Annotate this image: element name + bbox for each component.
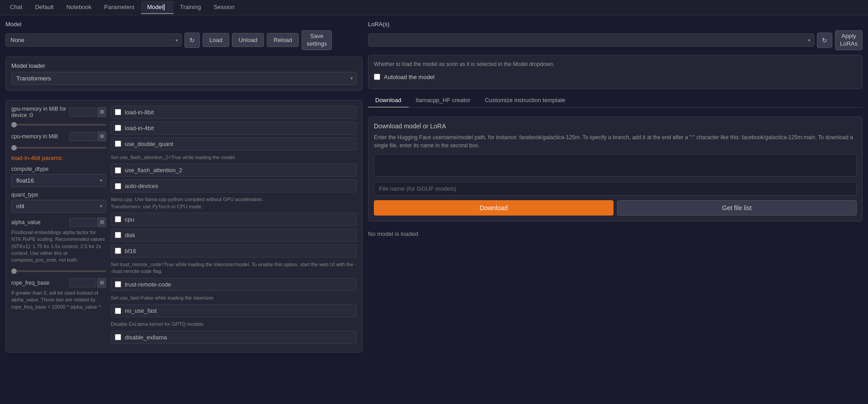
disable-exllama-hint: Disable ExLlama kernel for GPTQ models. <box>111 321 357 328</box>
right-tab-row: Download llamacpp_HF creator Customize i… <box>368 94 863 108</box>
trust-remote-code-checkbox[interactable] <box>115 281 121 287</box>
lora-select-wrapper <box>368 33 814 47</box>
auto-devices-item[interactable]: auto-devices <box>111 179 357 193</box>
rope-freq-base-hint: If greater than 0, will be used instead … <box>11 290 106 310</box>
compute-dtype-label: compute_dtype <box>11 166 106 172</box>
trust-remote-code-item[interactable]: trust-remote-code <box>111 278 357 291</box>
nav-tab-notebook[interactable]: Notebook <box>60 1 98 14</box>
use-double-quant-checkbox[interactable] <box>115 141 121 147</box>
nav-tab-chat[interactable]: Chat <box>4 1 28 14</box>
cpu-memory-row: cpu-memory in MiB 0 ⊞ <box>11 132 106 150</box>
nav-tab-parameters[interactable]: Parameters <box>98 1 141 14</box>
cpu-memory-step-btn[interactable]: ⊞ <box>97 132 106 141</box>
alpha-value-input[interactable]: 1 <box>69 218 96 227</box>
params-box: gpu-memory in MiB for device :0 0 ⊞ cpu-… <box>5 100 363 352</box>
left-panel: Model None ↻ Load Unload Reload Save set… <box>5 21 363 399</box>
bf16-item[interactable]: bf16 <box>111 244 357 258</box>
bf16-checkbox[interactable] <box>115 248 121 254</box>
cpu-checkbox[interactable] <box>115 216 121 222</box>
disk-item[interactable]: disk <box>111 229 357 242</box>
model-loader-label: Model loader <box>11 62 357 69</box>
model-path-input[interactable] <box>374 154 857 177</box>
rope-freq-base-label: rope_freq_base <box>11 280 49 286</box>
reload-button[interactable]: Reload <box>267 33 299 47</box>
get-file-list-button[interactable]: Get file list <box>617 200 857 216</box>
load-in-4bit-checkbox[interactable] <box>115 125 121 131</box>
no-use-fast-label: no_use_fast <box>125 307 157 314</box>
disk-checkbox[interactable] <box>115 232 121 238</box>
rope-freq-base-input[interactable]: 0 <box>69 278 96 287</box>
gpu-memory-input-group: 0 ⊞ <box>69 107 106 117</box>
autoload-hint: Whether to load the model as soon as it … <box>374 61 857 68</box>
alpha-value-input-group: 1 ⊞ <box>69 217 106 227</box>
tab-customize-instruction[interactable]: Customize instruction template <box>477 94 572 108</box>
gpu-memory-input[interactable]: 0 <box>69 108 96 117</box>
model-select[interactable]: None <box>5 33 182 47</box>
sliders-col: gpu-memory in MiB for device :0 0 ⊞ cpu-… <box>11 106 106 347</box>
no-use-fast-checkbox[interactable] <box>115 308 121 314</box>
apply-loras-button[interactable]: Apply LoRAs <box>835 30 863 50</box>
cpu-memory-input-group: 0 ⊞ <box>69 132 106 141</box>
autoload-checkbox[interactable] <box>374 74 380 80</box>
cpu-item[interactable]: cpu <box>111 213 357 226</box>
auto-devices-label: auto-devices <box>125 183 158 189</box>
cpu-memory-input[interactable]: 0 <box>69 132 96 141</box>
load-in-8bit-checkbox[interactable] <box>115 109 121 115</box>
alpha-value-label: alpha_value <box>11 219 41 225</box>
load-in-8bit-label: load-in-8bit <box>125 109 154 116</box>
download-description: Enter the Hugging Face username/model pa… <box>374 133 857 150</box>
main-layout: Model None ↻ Load Unload Reload Save set… <box>0 15 868 404</box>
gpu-memory-step-btn[interactable]: ⊞ <box>97 107 106 117</box>
model-section: Model None ↻ Load Unload Reload Save set… <box>5 21 363 52</box>
tab-download[interactable]: Download <box>368 94 409 108</box>
use-flash-attention-2-label: use_flash_attention_2 <box>125 167 182 174</box>
disable-exllama-checkbox[interactable] <box>115 334 121 340</box>
quant-type-select[interactable]: nf4 fp4 <box>11 200 106 213</box>
no-use-fast-item[interactable]: no_use_fast <box>111 304 357 317</box>
load-in-4bit-params-label: load-in-4bit params: <box>11 155 106 161</box>
tab-llamacpp-hf-creator[interactable]: llamacpp_HF creator <box>409 94 478 108</box>
alpha-value-step-btn[interactable]: ⊞ <box>97 217 106 227</box>
nav-tab-training[interactable]: Training <box>174 1 207 14</box>
model-section-label: Model <box>5 21 363 28</box>
use-flash-attention-2-item[interactable]: use_flash_attention_2 <box>111 164 357 177</box>
alpha-value-slider[interactable] <box>11 270 106 272</box>
checkboxes-col: load-in-8bit load-in-4bit use_double_qua… <box>111 106 357 347</box>
top-nav: Chat Default Notebook Parameters Model T… <box>0 0 868 15</box>
gpu-memory-slider[interactable] <box>11 124 106 126</box>
use-double-quant-item[interactable]: use_double_quant <box>111 137 357 150</box>
params-two-col: gpu-memory in MiB for device :0 0 ⊞ cpu-… <box>11 106 357 347</box>
use-flash-attention-2-checkbox[interactable] <box>115 167 121 174</box>
nav-tab-session[interactable]: Session <box>207 1 241 14</box>
download-button[interactable]: Download <box>374 200 613 216</box>
model-select-wrapper: None <box>5 33 182 47</box>
refresh-lora-button[interactable]: ↻ <box>817 33 832 48</box>
disable-exllama-label: disable_exllama <box>125 334 167 341</box>
disable-exllama-item[interactable]: disable_exllama <box>111 331 357 344</box>
alpha-value-hint: Positional embeddings alpha factor for N… <box>11 229 106 264</box>
refresh-model-button[interactable]: ↻ <box>184 33 200 48</box>
auto-devices-checkbox[interactable] <box>115 183 121 189</box>
save-settings-button[interactable]: Save settings <box>302 30 332 50</box>
no-use-fast-hint: Set use_fast=False while loading the tok… <box>111 295 357 301</box>
load-button[interactable]: Load <box>203 33 229 47</box>
cursor <box>164 4 167 10</box>
unload-button[interactable]: Unload <box>232 33 264 47</box>
lora-select[interactable] <box>368 33 814 47</box>
compute-dtype-select-wrapper: float16 bfloat16 float32 <box>11 174 106 187</box>
rope-freq-base-step-btn[interactable]: ⊞ <box>97 278 106 288</box>
alpha-value-row: alpha_value 1 ⊞ Positional embeddings al… <box>11 217 106 273</box>
load-in-8bit-item[interactable]: load-in-8bit <box>111 106 357 119</box>
quant-type-label: quant_type <box>11 192 106 198</box>
model-loader-select-wrapper: Transformers <box>11 72 357 85</box>
nav-tab-model[interactable]: Model <box>141 1 174 14</box>
disk-label: disk <box>125 232 135 239</box>
model-loader-select[interactable]: Transformers <box>11 72 357 85</box>
nav-tab-default[interactable]: Default <box>28 1 60 14</box>
compute-dtype-select[interactable]: float16 bfloat16 float32 <box>11 174 106 187</box>
cpu-memory-slider[interactable] <box>11 147 106 149</box>
load-in-4bit-item[interactable]: load-in-4bit <box>111 122 357 135</box>
file-name-input[interactable] <box>374 182 857 196</box>
lora-section: LoRA(s) ↻ Apply LoRAs <box>368 21 863 50</box>
autoload-label: Autoload the model <box>384 74 434 80</box>
